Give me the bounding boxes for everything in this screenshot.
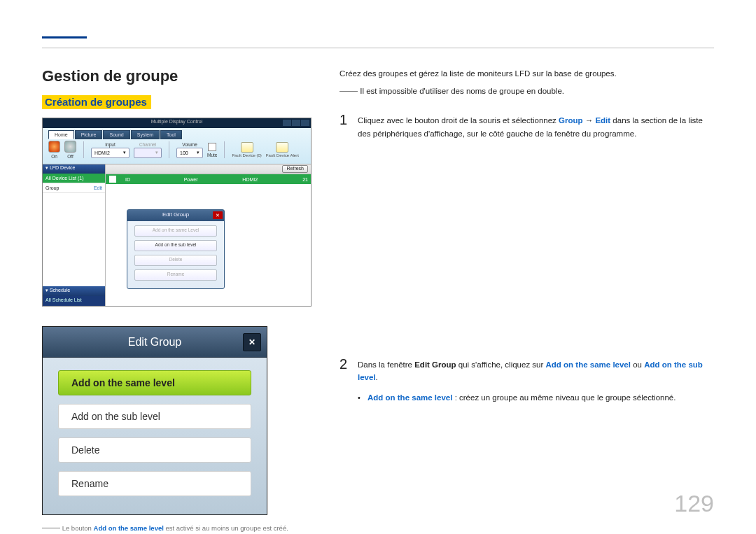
channel-label: Channel xyxy=(134,142,162,147)
input-group: Input HDMI2▾ xyxy=(91,142,130,158)
power-off-button[interactable] xyxy=(64,141,76,153)
tab-tool[interactable]: Tool xyxy=(160,130,182,139)
popup-btn-rename[interactable]: Rename xyxy=(134,269,217,281)
step-2-mid: qui s'affiche, cliquez sur xyxy=(456,360,546,369)
dialog-body: Add on the same level Add on the sub lev… xyxy=(43,358,267,514)
fault-alert-label: Fault Device Alert xyxy=(266,153,299,157)
sidebar-group-label: Group xyxy=(46,185,59,190)
col-input: HDMI2 xyxy=(237,177,295,182)
tab-strip: Home Picture Sound System Tool xyxy=(48,130,183,139)
footnote-dash: ―― xyxy=(42,522,60,533)
device-row-selected[interactable]: ID Power HDMI2 21 xyxy=(106,174,311,184)
sidebar-all-devices[interactable]: All Device List (1) xyxy=(43,174,105,183)
fault-id-icon xyxy=(241,142,253,153)
input-value: HDMI2 xyxy=(94,150,110,155)
sidebar-schedule-header[interactable]: ▾ Schedule xyxy=(43,286,105,296)
left-column: Gestion de groupe Création de groupes Mu… xyxy=(42,67,312,533)
volume-label: Volume xyxy=(176,142,203,147)
minimize-icon[interactable] xyxy=(283,120,291,126)
col-val: 21 xyxy=(295,177,311,182)
fault-alert-group[interactable]: Fault Device Alert xyxy=(266,142,299,157)
page-number: 129 xyxy=(674,490,714,517)
input-select[interactable]: HDMI2▾ xyxy=(91,148,130,158)
sidebar-lfd-header[interactable]: ▾ LFD Device xyxy=(43,164,105,174)
step-2: 2 Dans la fenêtre Edit Group qui s'affic… xyxy=(340,356,714,404)
window-titlebar: Multiple Display Control xyxy=(43,118,311,128)
popup-btn-sub-level[interactable]: Add on the sub level xyxy=(134,240,217,251)
popup-close-button[interactable]: ✕ xyxy=(213,211,223,219)
step-1-arrow: → xyxy=(583,116,596,125)
power-off-group: Off xyxy=(64,141,76,159)
power-on-button[interactable] xyxy=(48,141,60,153)
section-title: Gestion de groupe xyxy=(42,67,312,85)
step-1: 1 Cliquez avec le bouton droit de la sou… xyxy=(340,111,714,140)
tab-sound[interactable]: Sound xyxy=(103,130,130,139)
tab-system[interactable]: System xyxy=(131,130,160,139)
divider xyxy=(83,141,84,158)
window-body: ▾ LFD Device All Device List (1) Group E… xyxy=(43,164,311,306)
fault-id-label: Fault Device (0) xyxy=(232,153,261,157)
chevron-down-icon: ▾ xyxy=(155,150,158,155)
sidebar-group-row[interactable]: Group Edit xyxy=(43,183,105,193)
step-2-pre: Dans la fenêtre xyxy=(358,360,414,369)
sidebar-schedule-all[interactable]: All Schedule List xyxy=(43,296,105,306)
bullet-body: Add on the same level : créez un groupe … xyxy=(368,391,714,405)
footnote-bold: Add on the same level xyxy=(94,524,164,532)
bullet-b1: Add on the same level xyxy=(368,393,452,402)
dialog-header: Edit Group ✕ xyxy=(43,327,267,358)
sidebar: ▾ LFD Device All Device List (1) Group E… xyxy=(43,164,106,306)
dialog-title: Edit Group xyxy=(128,336,181,349)
volume-value: 100 xyxy=(180,150,188,155)
divider xyxy=(169,141,169,158)
list-header-row: Refresh xyxy=(106,164,311,174)
dialog-close-button[interactable]: ✕ xyxy=(243,333,261,351)
popup-body: Add on the same Level Add on the sub lev… xyxy=(127,221,224,288)
step-2-mid2: ou xyxy=(631,360,644,369)
power-on-group: On xyxy=(48,141,60,159)
step-1-number: 1 xyxy=(340,111,358,140)
step-2-b1: Edit Group xyxy=(414,360,456,369)
window-title: Multiple Display Control xyxy=(151,119,203,124)
footnote-pre: Le bouton xyxy=(62,524,94,532)
fault-id-group[interactable]: Fault Device (0) xyxy=(232,142,261,157)
step-1-b2: Edit xyxy=(595,116,610,125)
window-buttons xyxy=(283,120,309,126)
footnote-post: est activé si au moins un groupe est cré… xyxy=(164,524,288,532)
screenshot-edit-group-dialog: Edit Group ✕ Add on the same level Add o… xyxy=(42,326,267,515)
refresh-button[interactable]: Refresh xyxy=(282,165,308,173)
mute-group: Mute xyxy=(207,143,217,157)
channel-select[interactable]: ▾ xyxy=(134,148,162,158)
note-text: Il est impossible d'utiliser des noms de… xyxy=(360,87,564,95)
subsection-title: Création de groupes xyxy=(42,95,151,109)
mute-checkbox[interactable] xyxy=(208,143,216,151)
bullet-same-level: • Add on the same level : créez un group… xyxy=(358,391,714,405)
popup-btn-same-level[interactable]: Add on the same Level xyxy=(134,225,217,237)
step-1-body: Cliquez avec le bouton droit de la souri… xyxy=(358,111,714,140)
step-2-number: 2 xyxy=(340,356,358,404)
intro-text: Créez des groupes et gérez la liste de m… xyxy=(340,67,714,80)
dialog-btn-delete[interactable]: Delete xyxy=(58,437,251,463)
tab-picture[interactable]: Picture xyxy=(75,130,103,139)
popup-title: Edit Group xyxy=(162,211,189,218)
step-2-post: . xyxy=(376,373,378,381)
chevron-down-icon: ▾ xyxy=(123,150,126,155)
dialog-btn-sub-level[interactable]: Add on the sub level xyxy=(58,404,251,429)
dialog-btn-rename[interactable]: Rename xyxy=(58,471,251,496)
header-rule xyxy=(42,48,714,48)
volume-field[interactable]: 100▾ xyxy=(176,148,203,158)
row-checkbox[interactable] xyxy=(109,176,116,183)
screenshot-mdc-window: Multiple Display Control Home Picture So… xyxy=(42,118,312,307)
popup-btn-delete[interactable]: Delete xyxy=(134,255,217,266)
bullet-dot: • xyxy=(358,391,368,405)
fault-alert-icon xyxy=(276,142,288,153)
note-dash: ―― xyxy=(340,85,358,96)
input-label: Input xyxy=(91,142,130,147)
sidebar-edit-link[interactable]: Edit xyxy=(94,185,102,190)
col-power: Power xyxy=(178,177,237,182)
mute-label: Mute xyxy=(207,153,217,157)
dialog-btn-same-level[interactable]: Add on the same level xyxy=(58,370,251,395)
close-icon[interactable] xyxy=(301,120,309,126)
maximize-icon[interactable] xyxy=(292,120,300,126)
edit-group-popup: Edit Group ✕ Add on the same Level Add o… xyxy=(127,209,225,289)
tab-home[interactable]: Home xyxy=(48,130,74,139)
